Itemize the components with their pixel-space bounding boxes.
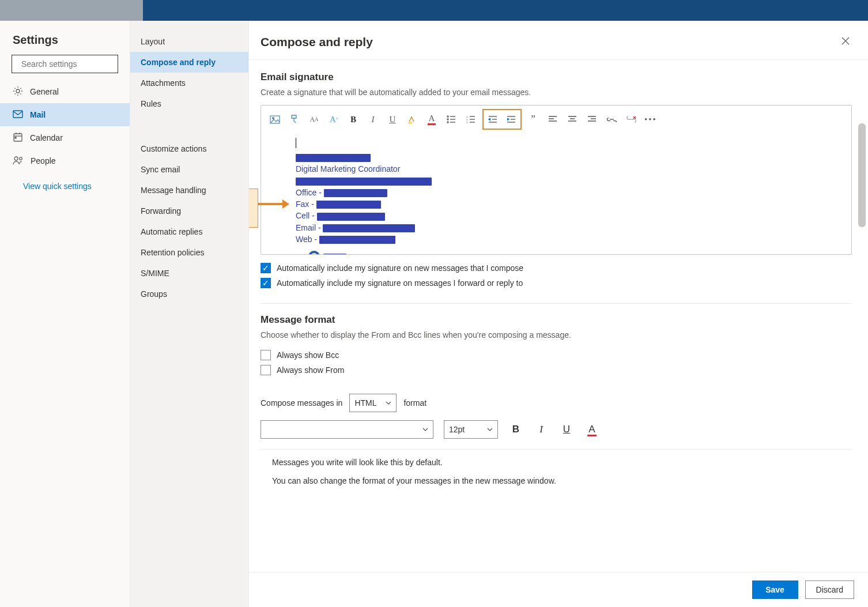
insert-image-icon[interactable] <box>267 111 283 127</box>
italic-button[interactable]: I <box>365 111 381 127</box>
chevron-down-icon <box>386 401 391 405</box>
save-button[interactable]: Save <box>752 580 798 599</box>
sidebar-item-label: Mail <box>30 110 46 119</box>
preview-line-1: Messages you write will look like this b… <box>272 458 840 467</box>
insert-link-icon[interactable] <box>603 111 620 127</box>
increase-indent-icon[interactable] <box>503 111 519 127</box>
search-input-wrap[interactable] <box>12 55 118 73</box>
app-topbar <box>0 0 868 21</box>
checkbox-show-from-label: Always show From <box>277 365 344 375</box>
chevron-down-icon <box>422 428 428 431</box>
default-bold-button[interactable]: B <box>508 424 523 435</box>
font-color-icon[interactable]: A <box>424 111 440 127</box>
mail-settings-item[interactable]: Retention policies <box>130 242 248 263</box>
format-preview: Messages you write will look like this b… <box>261 449 852 503</box>
message-format-heading: Message format <box>261 314 852 326</box>
bold-button[interactable]: B <box>345 111 361 127</box>
content-pane: Compose and reply My cursor does not go … <box>249 21 868 607</box>
mail-settings-item[interactable]: S/MIME <box>130 263 248 284</box>
redacted-text <box>296 154 371 162</box>
highlight-icon[interactable] <box>404 111 420 127</box>
signature-editor: AA A° B I U A 123 ” <box>261 105 852 255</box>
bulleted-list-icon[interactable] <box>443 111 459 127</box>
svg-point-2 <box>16 89 20 93</box>
underline-button[interactable]: U <box>384 111 401 127</box>
mail-settings-item[interactable]: Message handling <box>130 180 248 201</box>
decrease-indent-icon[interactable] <box>485 111 501 127</box>
align-center-icon[interactable] <box>564 111 580 127</box>
checkbox-include-new[interactable]: ✓ <box>261 263 271 273</box>
more-options-icon[interactable]: ••• <box>643 111 659 127</box>
message-format-sub: Choose whether to display the From and B… <box>261 330 852 340</box>
numbered-list-icon[interactable]: 123 <box>463 111 479 127</box>
sidebar-item-label: General <box>30 87 59 96</box>
chevron-down-icon <box>487 428 493 431</box>
checkbox-include-reply-label: Automatically include my signature on me… <box>277 278 523 288</box>
page-title: Compose and reply <box>261 35 373 49</box>
mail-settings-item[interactable]: Forwarding <box>130 201 248 221</box>
footer-actions: Save Discard <box>249 572 868 607</box>
annotation-callout: My cursor does not go any further left t… <box>249 188 258 228</box>
align-right-icon[interactable] <box>584 111 600 127</box>
sidebar-item-general[interactable]: General <box>0 80 130 103</box>
signature-textarea[interactable]: Digital Marketing Coordinator Office - F… <box>261 133 851 254</box>
redacted-text <box>323 224 415 232</box>
mail-settings-item[interactable]: Customize actions <box>130 138 248 159</box>
editor-toolbar: AA A° B I U A 123 ” <box>261 105 851 133</box>
sidebar-item-label: People <box>31 156 56 165</box>
search-input[interactable] <box>20 59 123 69</box>
redacted-text <box>324 189 387 197</box>
default-font-select[interactable] <box>261 420 433 439</box>
svg-text:3: 3 <box>466 121 468 123</box>
redacted-text <box>319 236 395 244</box>
tab-strip <box>0 0 143 21</box>
sidebar-item-people[interactable]: People <box>0 149 130 172</box>
sidebar-item-calendar[interactable]: Calendar <box>0 126 130 149</box>
svg-rect-3 <box>13 111 22 118</box>
svg-point-14 <box>273 117 274 119</box>
signature-logo <box>308 251 843 254</box>
preview-line-2: You can also change the format of your m… <box>272 476 840 485</box>
compose-in-label-2: format <box>403 398 427 408</box>
remove-link-icon[interactable] <box>623 111 639 127</box>
sidebar-item-mail[interactable]: Mail <box>0 103 130 126</box>
default-font-color-button[interactable]: A <box>584 424 599 435</box>
checkbox-show-from[interactable] <box>261 365 271 375</box>
mail-settings-item[interactable]: Automatic replies <box>130 221 248 242</box>
mail-settings-item[interactable]: Groups <box>130 284 248 304</box>
font-size-icon[interactable]: AA <box>306 111 322 127</box>
mail-settings-list: LayoutCompose and replyAttachmentsRules … <box>130 21 249 607</box>
checkbox-show-bcc-label: Always show Bcc <box>277 350 339 360</box>
mail-icon <box>13 110 23 120</box>
email-signature-sub: Create a signature that will be automati… <box>261 88 852 97</box>
discard-button[interactable]: Discard <box>805 580 854 599</box>
view-quick-settings-link[interactable]: View quick settings <box>23 182 92 191</box>
mail-settings-item[interactable]: Sync email <box>130 159 248 180</box>
text-cursor <box>296 138 296 148</box>
svg-point-15 <box>447 116 448 117</box>
general-icon <box>13 86 23 98</box>
checkbox-include-reply[interactable]: ✓ <box>261 278 271 288</box>
compose-in-label-1: Compose messages in <box>261 398 342 408</box>
default-underline-button[interactable]: U <box>559 424 574 435</box>
mail-settings-item[interactable]: Compose and reply <box>130 52 248 73</box>
mail-settings-item[interactable]: Layout <box>130 31 248 52</box>
close-icon[interactable] <box>839 35 852 49</box>
default-font-size-select[interactable]: 12pt <box>444 420 498 439</box>
scrollbar-thumb[interactable] <box>858 123 866 227</box>
compose-format-select[interactable]: HTML <box>349 394 397 412</box>
svg-point-10 <box>20 157 22 160</box>
redacted-text <box>316 201 381 209</box>
format-painter-icon[interactable] <box>286 111 303 127</box>
email-signature-heading: Email signature <box>261 71 852 83</box>
mail-settings-item[interactable]: Rules <box>130 93 248 114</box>
mail-settings-item[interactable]: Attachments <box>130 73 248 93</box>
svg-point-17 <box>447 119 448 120</box>
svg-rect-8 <box>15 137 16 138</box>
checkbox-show-bcc[interactable] <box>261 350 271 360</box>
font-size-super-icon[interactable]: A° <box>326 111 342 127</box>
quote-icon[interactable]: ” <box>525 111 541 127</box>
svg-point-19 <box>447 122 448 123</box>
align-left-icon[interactable] <box>545 111 561 127</box>
default-italic-button[interactable]: I <box>534 424 549 435</box>
